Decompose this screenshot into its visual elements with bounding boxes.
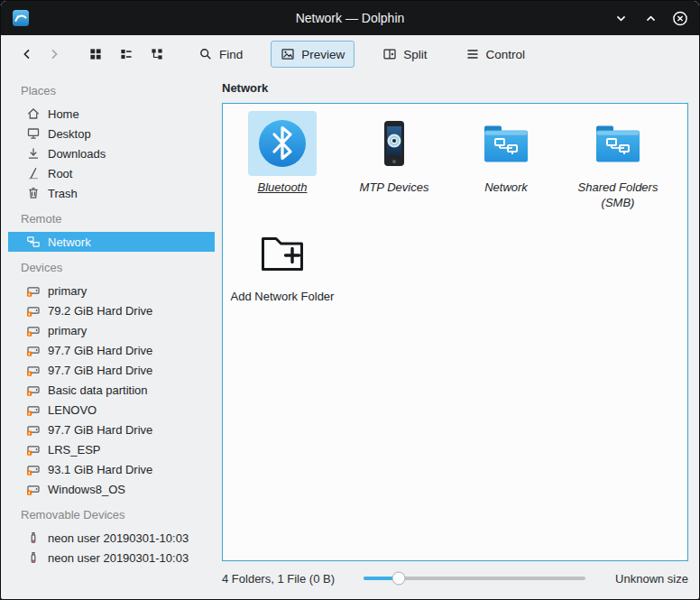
sidebar-item-trash[interactable]: Trash	[8, 183, 215, 203]
folder-view[interactable]: Bluetooth MTP Devices Network Shared Fol…	[222, 103, 688, 561]
sidebar-item-label: neon user 20190301-10:03	[48, 551, 189, 565]
root-icon	[26, 166, 41, 180]
sidebar-item-label: Home	[48, 107, 79, 121]
sidebar-item-label: Downloads	[48, 147, 106, 161]
zoom-slider[interactable]	[364, 571, 585, 586]
file-item-bluetooth[interactable]: Bluetooth	[227, 111, 337, 211]
status-bar: 4 Folders, 1 File (0 B) Unknown size	[222, 565, 688, 592]
sidebar-item-home[interactable]: Home	[8, 104, 215, 124]
places-panel: Places Home Desktop Downloads Root Trash…	[1, 73, 215, 599]
drive-icon	[26, 402, 41, 417]
sidebar-item-device-7[interactable]: 97.7 GiB Hard Drive	[8, 420, 215, 439]
trash-icon	[26, 186, 41, 200]
control-button-label: Control	[486, 48, 526, 61]
status-size: Unknown size	[596, 572, 688, 586]
sidebar-item-device-2[interactable]: primary	[8, 320, 215, 340]
file-item-mtp-devices[interactable]: MTP Devices	[339, 111, 449, 211]
details-view-button[interactable]	[143, 41, 170, 68]
sidebar-item-label: Root	[48, 167, 72, 180]
preview-button-label: Preview	[301, 48, 345, 61]
compact-view-button[interactable]	[113, 41, 140, 68]
minimize-button[interactable]	[612, 10, 629, 26]
preview-button[interactable]: Preview	[271, 41, 355, 68]
sidebar-item-label: LRS_ESP	[48, 443, 101, 457]
sidebar-item-device-1[interactable]: 79.2 GiB Hard Drive	[8, 300, 215, 320]
close-button[interactable]	[672, 10, 688, 26]
drive-icon	[26, 283, 41, 298]
section-header-places: Places	[8, 78, 215, 104]
sidebar-item-device-0[interactable]: primary	[8, 281, 215, 300]
sidebar-item-network[interactable]: Network	[8, 232, 215, 252]
file-item-network[interactable]: Network	[451, 111, 561, 211]
dolphin-app-icon	[12, 9, 30, 27]
usb-icon	[26, 531, 41, 545]
find-button[interactable]: Find	[189, 41, 253, 68]
mtp-devices-icon	[365, 115, 423, 172]
preview-icon	[281, 47, 295, 61]
file-item-label: Bluetooth	[258, 180, 308, 196]
sidebar-item-label: 97.7 GiB Hard Drive	[48, 344, 152, 357]
sidebar-item-label: Network	[48, 235, 91, 249]
control-button[interactable]: Control	[456, 41, 536, 68]
sidebar-item-device-4[interactable]: 97.7 GiB Hard Drive	[8, 360, 215, 380]
section-header-devices: Devices	[8, 252, 215, 281]
drive-icon	[26, 323, 41, 337]
magnifier-icon	[198, 47, 213, 61]
drive-icon	[26, 482, 41, 496]
split-button-label: Split	[403, 48, 427, 61]
sidebar-item-device-8[interactable]: LRS_ESP	[8, 439, 215, 459]
section-header-removable: Removable Devices	[8, 499, 215, 528]
sidebar-item-removable-1[interactable]: neon user 20190301-10:03	[8, 548, 215, 568]
file-item-label: Shared Folders (SMB)	[565, 180, 671, 211]
sidebar-item-label: 97.7 GiB Hard Drive	[48, 364, 152, 377]
find-button-label: Find	[219, 48, 243, 61]
titlebar[interactable]: Network — Dolphin	[1, 1, 699, 35]
sidebar-item-label: Basic data partition	[48, 383, 148, 397]
split-icon	[382, 47, 397, 61]
section-header-remote: Remote	[8, 203, 215, 232]
sidebar-item-label: LENOVO	[48, 403, 97, 417]
drive-icon	[26, 422, 41, 437]
sidebar-item-label: Desktop	[48, 127, 91, 141]
drive-icon	[26, 462, 41, 476]
sidebar-item-root[interactable]: Root	[8, 163, 215, 183]
back-button[interactable]	[14, 41, 41, 68]
sidebar-item-removable-0[interactable]: neon user 20190301-10:03	[8, 528, 215, 548]
sidebar-item-label: Trash	[48, 187, 78, 200]
usb-icon	[26, 550, 41, 565]
sidebar-item-label: 97.7 GiB Hard Drive	[48, 423, 152, 437]
network-places-icon	[26, 235, 41, 249]
status-summary: 4 Folders, 1 File (0 B)	[222, 572, 335, 586]
main-panel: Network Bluetooth MTP Devices Network Sh…	[215, 73, 699, 599]
bluetooth-icon	[253, 115, 311, 172]
window-title: Network — Dolphin	[1, 11, 699, 25]
sidebar-item-label: neon user 20190301-10:03	[48, 531, 189, 545]
download-icon	[26, 146, 41, 161]
location-label[interactable]: Network	[222, 78, 688, 103]
drive-icon	[26, 442, 41, 457]
dolphin-window: Network — Dolphin Find Preview Split	[0, 0, 700, 600]
toolbar: Find Preview Split Control	[1, 35, 699, 73]
home-icon	[26, 106, 41, 121]
sidebar-item-downloads[interactable]: Downloads	[8, 143, 215, 163]
file-item-label: Add Network Folder	[231, 290, 335, 305]
file-item-label: MTP Devices	[360, 180, 429, 196]
maximize-button[interactable]	[642, 10, 659, 26]
forward-button[interactable]	[41, 41, 68, 68]
sidebar-item-label: Windows8_OS	[48, 483, 125, 496]
sidebar-item-device-6[interactable]: LENOVO	[8, 400, 215, 420]
sidebar-item-device-5[interactable]: Basic data partition	[8, 380, 215, 400]
sidebar-item-desktop[interactable]: Desktop	[8, 124, 215, 143]
sidebar-item-device-10[interactable]: Windows8_OS	[8, 479, 215, 499]
sidebar-item-device-3[interactable]: 97.7 GiB Hard Drive	[8, 340, 215, 360]
sidebar-item-device-9[interactable]: 93.1 GiB Hard Drive	[8, 459, 215, 479]
split-button[interactable]: Split	[373, 41, 437, 68]
zoom-slider-handle[interactable]	[392, 572, 406, 586]
folder-share-icon	[589, 115, 647, 172]
drive-icon	[26, 363, 41, 377]
zoom-slider-track[interactable]	[364, 577, 585, 580]
file-item-add-network-folder[interactable]: Add Network Folder	[227, 220, 337, 305]
sidebar-item-label: 79.2 GiB Hard Drive	[48, 304, 152, 318]
icons-view-button[interactable]	[82, 41, 109, 68]
file-item-shared-folders-smb[interactable]: Shared Folders (SMB)	[563, 111, 673, 211]
